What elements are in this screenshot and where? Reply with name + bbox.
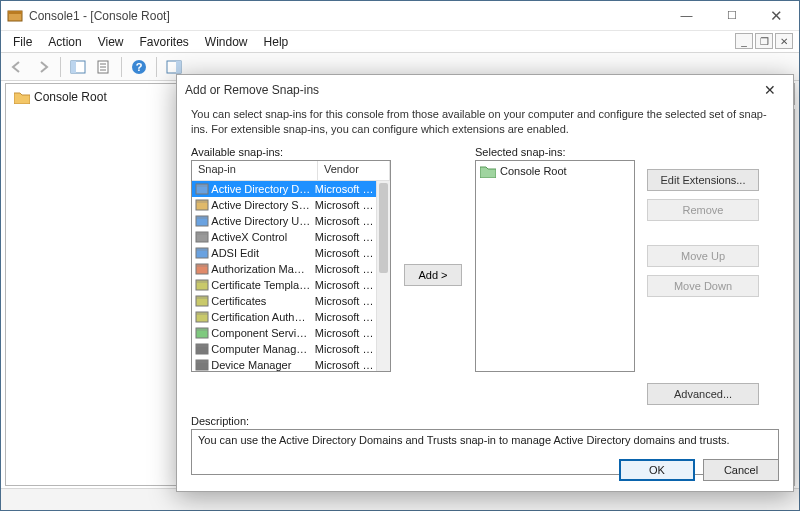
back-button[interactable]	[5, 55, 29, 79]
snapin-icon	[194, 214, 209, 228]
tree-root-label: Console Root	[34, 90, 107, 104]
svg-rect-26	[196, 312, 208, 315]
mdi-close[interactable]: ✕	[775, 33, 793, 49]
snapin-vendor: Microsoft Cor...	[315, 359, 376, 371]
remove-button: Remove	[647, 199, 759, 221]
menu-action[interactable]: Action	[40, 33, 89, 51]
snapin-row[interactable]: ADSI EditMicrosoft Cor...	[192, 245, 376, 261]
snapin-row[interactable]: Active Directory Do...Microsoft Cor...	[192, 181, 376, 197]
snapin-icon	[194, 310, 209, 324]
snapin-vendor: Microsoft Cor...	[315, 263, 376, 275]
snapin-name: Active Directory Do...	[211, 183, 314, 195]
snapin-icon	[194, 358, 209, 371]
folder-icon	[14, 91, 30, 104]
help-button[interactable]: ?	[127, 55, 151, 79]
selected-snapins-list[interactable]: Console Root	[475, 160, 635, 372]
svg-rect-3	[71, 61, 76, 73]
snapin-name: ADSI Edit	[211, 247, 314, 259]
menu-window[interactable]: Window	[197, 33, 256, 51]
snapin-icon	[194, 182, 209, 196]
snapin-vendor: Microsoft Cor...	[315, 327, 376, 339]
snapin-vendor: Microsoft Cor...	[315, 183, 376, 195]
snapin-vendor: Microsoft Cor...	[315, 247, 376, 259]
description-label: Description:	[191, 415, 779, 427]
selected-root-item[interactable]: Console Root	[480, 165, 630, 178]
mdi-minimize[interactable]: _	[735, 33, 753, 49]
snapin-vendor: Microsoft Cor...	[315, 295, 376, 307]
forward-button[interactable]	[31, 55, 55, 79]
snapin-name: Certification Authority	[211, 311, 314, 323]
snapin-vendor: Microsoft Cor...	[315, 279, 376, 291]
minimize-button[interactable]: ―	[664, 1, 709, 30]
snapin-row[interactable]: Certification AuthorityMicrosoft Cor...	[192, 309, 376, 325]
snapin-vendor: Microsoft Cor...	[315, 199, 376, 211]
svg-rect-20	[196, 264, 208, 267]
dialog-intro-text: You can select snap-ins for this console…	[191, 107, 779, 138]
scrollbar-thumb[interactable]	[379, 183, 388, 273]
snapin-row[interactable]: ActiveX ControlMicrosoft Cor...	[192, 229, 376, 245]
snapin-vendor: Microsoft Cor...	[315, 311, 376, 323]
titlebar: Console1 - [Console Root] ― ☐ ✕	[1, 1, 799, 31]
show-hide-tree-button[interactable]	[66, 55, 90, 79]
svg-rect-32	[196, 360, 208, 363]
snapin-vendor: Microsoft Cor...	[315, 215, 376, 227]
mmc-icon	[7, 8, 23, 24]
close-button[interactable]: ✕	[754, 1, 799, 30]
snapin-icon	[194, 342, 209, 356]
menu-view[interactable]: View	[90, 33, 132, 51]
snapin-name: Certificate Templates	[211, 279, 314, 291]
snapin-row[interactable]: Certificate TemplatesMicrosoft Cor...	[192, 277, 376, 293]
tree-root-item[interactable]: Console Root	[10, 88, 172, 106]
snapin-row[interactable]: Device ManagerMicrosoft Cor...	[192, 357, 376, 371]
snapin-row[interactable]: Authorization ManagerMicrosoft Cor...	[192, 261, 376, 277]
snapin-vendor: Microsoft Cor...	[315, 231, 376, 243]
column-vendor[interactable]: Vendor	[318, 161, 390, 180]
available-label: Available snap-ins:	[191, 146, 391, 158]
menu-file[interactable]: File	[5, 33, 40, 51]
menu-favorites[interactable]: Favorites	[132, 33, 197, 51]
svg-rect-12	[196, 200, 208, 203]
snapin-row[interactable]: Computer Managem...Microsoft Cor...	[192, 341, 376, 357]
add-button[interactable]: Add >	[404, 264, 462, 286]
selected-label: Selected snap-ins:	[475, 146, 635, 158]
ok-button[interactable]: OK	[619, 459, 695, 481]
snapin-name: ActiveX Control	[211, 231, 314, 243]
svg-rect-30	[196, 344, 208, 347]
mdi-restore[interactable]: ❐	[755, 33, 773, 49]
export-list-button[interactable]	[92, 55, 116, 79]
snapin-row[interactable]: CertificatesMicrosoft Cor...	[192, 293, 376, 309]
menu-help[interactable]: Help	[256, 33, 297, 51]
svg-rect-22	[196, 280, 208, 283]
snapin-name: Authorization Manager	[211, 263, 314, 275]
selected-root-label: Console Root	[500, 165, 567, 177]
menu-bar: File Action View Favorites Window Help _…	[1, 31, 799, 53]
snapin-name: Active Directory Site...	[211, 199, 314, 211]
tree-pane[interactable]: Console Root	[5, 83, 177, 486]
list-scrollbar[interactable]	[376, 181, 390, 371]
folder-icon	[480, 165, 496, 178]
available-snapins-list[interactable]: Snap-in Vendor Active Directory Do...Mic…	[191, 160, 391, 372]
svg-rect-24	[196, 296, 208, 299]
advanced-button[interactable]: Advanced...	[647, 383, 759, 405]
dialog-title: Add or Remove Snap-ins	[185, 83, 319, 97]
snapin-row[interactable]: Component ServicesMicrosoft Cor...	[192, 325, 376, 341]
edit-extensions-button[interactable]: Edit Extensions...	[647, 169, 759, 191]
snapin-name: Certificates	[211, 295, 314, 307]
cancel-button[interactable]: Cancel	[703, 459, 779, 481]
svg-rect-28	[196, 328, 208, 331]
svg-text:?: ?	[136, 61, 143, 73]
snapin-icon	[194, 198, 209, 212]
snapin-name: Computer Managem...	[211, 343, 314, 355]
svg-rect-1	[8, 11, 22, 14]
column-snapin[interactable]: Snap-in	[192, 161, 318, 180]
svg-rect-14	[196, 216, 208, 219]
svg-rect-18	[196, 248, 208, 251]
snapin-vendor: Microsoft Cor...	[315, 343, 376, 355]
maximize-button[interactable]: ☐	[709, 1, 754, 30]
svg-rect-16	[196, 232, 208, 235]
snapin-icon	[194, 278, 209, 292]
dialog-close-button[interactable]: ✕	[755, 78, 785, 102]
snapin-row[interactable]: Active Directory Site...Microsoft Cor...	[192, 197, 376, 213]
snapin-icon	[194, 326, 209, 340]
snapin-row[interactable]: Active Directory Use...Microsoft Cor...	[192, 213, 376, 229]
